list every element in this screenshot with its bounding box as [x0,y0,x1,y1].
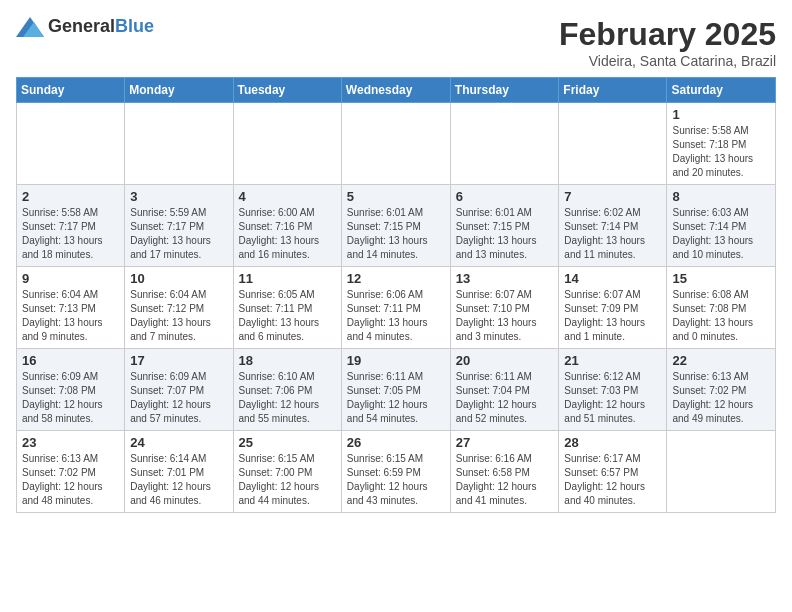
day-number: 2 [22,189,119,204]
calendar-cell [17,103,125,185]
day-number: 5 [347,189,445,204]
calendar-cell: 23Sunrise: 6:13 AM Sunset: 7:02 PM Dayli… [17,431,125,513]
calendar-week-2: 2Sunrise: 5:58 AM Sunset: 7:17 PM Daylig… [17,185,776,267]
day-info: Sunrise: 6:13 AM Sunset: 7:02 PM Dayligh… [672,370,770,426]
day-number: 10 [130,271,227,286]
calendar-cell [559,103,667,185]
calendar-cell [450,103,559,185]
day-number: 24 [130,435,227,450]
day-number: 4 [239,189,336,204]
col-header-monday: Monday [125,78,233,103]
calendar-cell: 16Sunrise: 6:09 AM Sunset: 7:08 PM Dayli… [17,349,125,431]
day-info: Sunrise: 6:09 AM Sunset: 7:07 PM Dayligh… [130,370,227,426]
day-info: Sunrise: 6:07 AM Sunset: 7:09 PM Dayligh… [564,288,661,344]
calendar-cell [341,103,450,185]
day-info: Sunrise: 6:07 AM Sunset: 7:10 PM Dayligh… [456,288,554,344]
calendar-cell: 3Sunrise: 5:59 AM Sunset: 7:17 PM Daylig… [125,185,233,267]
day-info: Sunrise: 6:10 AM Sunset: 7:06 PM Dayligh… [239,370,336,426]
calendar-cell: 7Sunrise: 6:02 AM Sunset: 7:14 PM Daylig… [559,185,667,267]
day-info: Sunrise: 6:16 AM Sunset: 6:58 PM Dayligh… [456,452,554,508]
col-header-saturday: Saturday [667,78,776,103]
day-info: Sunrise: 6:09 AM Sunset: 7:08 PM Dayligh… [22,370,119,426]
calendar-cell [233,103,341,185]
day-number: 23 [22,435,119,450]
day-info: Sunrise: 6:12 AM Sunset: 7:03 PM Dayligh… [564,370,661,426]
day-number: 8 [672,189,770,204]
calendar-cell: 17Sunrise: 6:09 AM Sunset: 7:07 PM Dayli… [125,349,233,431]
day-info: Sunrise: 6:04 AM Sunset: 7:13 PM Dayligh… [22,288,119,344]
calendar-header-row: SundayMondayTuesdayWednesdayThursdayFrid… [17,78,776,103]
day-number: 14 [564,271,661,286]
page-header: GeneralBlue February 2025 Videira, Santa… [16,16,776,69]
calendar-cell: 6Sunrise: 6:01 AM Sunset: 7:15 PM Daylig… [450,185,559,267]
day-number: 27 [456,435,554,450]
calendar-body: 1Sunrise: 5:58 AM Sunset: 7:18 PM Daylig… [17,103,776,513]
calendar-cell [667,431,776,513]
col-header-tuesday: Tuesday [233,78,341,103]
calendar-week-5: 23Sunrise: 6:13 AM Sunset: 7:02 PM Dayli… [17,431,776,513]
calendar-cell: 4Sunrise: 6:00 AM Sunset: 7:16 PM Daylig… [233,185,341,267]
calendar-cell: 9Sunrise: 6:04 AM Sunset: 7:13 PM Daylig… [17,267,125,349]
day-info: Sunrise: 6:00 AM Sunset: 7:16 PM Dayligh… [239,206,336,262]
day-info: Sunrise: 6:13 AM Sunset: 7:02 PM Dayligh… [22,452,119,508]
day-info: Sunrise: 5:58 AM Sunset: 7:18 PM Dayligh… [672,124,770,180]
day-number: 15 [672,271,770,286]
day-number: 21 [564,353,661,368]
calendar-cell: 19Sunrise: 6:11 AM Sunset: 7:05 PM Dayli… [341,349,450,431]
calendar-cell [125,103,233,185]
day-number: 26 [347,435,445,450]
day-number: 22 [672,353,770,368]
day-number: 19 [347,353,445,368]
day-number: 9 [22,271,119,286]
col-header-wednesday: Wednesday [341,78,450,103]
day-number: 18 [239,353,336,368]
day-info: Sunrise: 6:01 AM Sunset: 7:15 PM Dayligh… [347,206,445,262]
day-number: 28 [564,435,661,450]
day-number: 13 [456,271,554,286]
day-number: 12 [347,271,445,286]
calendar-week-1: 1Sunrise: 5:58 AM Sunset: 7:18 PM Daylig… [17,103,776,185]
calendar-week-4: 16Sunrise: 6:09 AM Sunset: 7:08 PM Dayli… [17,349,776,431]
calendar-subtitle: Videira, Santa Catarina, Brazil [559,53,776,69]
calendar-table: SundayMondayTuesdayWednesdayThursdayFrid… [16,77,776,513]
day-number: 20 [456,353,554,368]
day-info: Sunrise: 6:01 AM Sunset: 7:15 PM Dayligh… [456,206,554,262]
calendar-cell: 11Sunrise: 6:05 AM Sunset: 7:11 PM Dayli… [233,267,341,349]
logo: GeneralBlue [16,16,154,37]
calendar-cell: 21Sunrise: 6:12 AM Sunset: 7:03 PM Dayli… [559,349,667,431]
calendar-cell: 25Sunrise: 6:15 AM Sunset: 7:00 PM Dayli… [233,431,341,513]
calendar-cell: 24Sunrise: 6:14 AM Sunset: 7:01 PM Dayli… [125,431,233,513]
day-info: Sunrise: 6:08 AM Sunset: 7:08 PM Dayligh… [672,288,770,344]
day-info: Sunrise: 6:05 AM Sunset: 7:11 PM Dayligh… [239,288,336,344]
calendar-cell: 18Sunrise: 6:10 AM Sunset: 7:06 PM Dayli… [233,349,341,431]
day-info: Sunrise: 6:11 AM Sunset: 7:04 PM Dayligh… [456,370,554,426]
day-number: 7 [564,189,661,204]
calendar-cell: 5Sunrise: 6:01 AM Sunset: 7:15 PM Daylig… [341,185,450,267]
day-info: Sunrise: 6:04 AM Sunset: 7:12 PM Dayligh… [130,288,227,344]
day-number: 25 [239,435,336,450]
calendar-cell: 26Sunrise: 6:15 AM Sunset: 6:59 PM Dayli… [341,431,450,513]
day-number: 1 [672,107,770,122]
day-info: Sunrise: 6:11 AM Sunset: 7:05 PM Dayligh… [347,370,445,426]
day-info: Sunrise: 6:15 AM Sunset: 7:00 PM Dayligh… [239,452,336,508]
calendar-cell: 20Sunrise: 6:11 AM Sunset: 7:04 PM Dayli… [450,349,559,431]
calendar-cell: 1Sunrise: 5:58 AM Sunset: 7:18 PM Daylig… [667,103,776,185]
day-number: 6 [456,189,554,204]
day-number: 11 [239,271,336,286]
calendar-cell: 27Sunrise: 6:16 AM Sunset: 6:58 PM Dayli… [450,431,559,513]
logo-general: General [48,16,115,36]
calendar-week-3: 9Sunrise: 6:04 AM Sunset: 7:13 PM Daylig… [17,267,776,349]
col-header-friday: Friday [559,78,667,103]
day-info: Sunrise: 5:59 AM Sunset: 7:17 PM Dayligh… [130,206,227,262]
calendar-cell: 13Sunrise: 6:07 AM Sunset: 7:10 PM Dayli… [450,267,559,349]
day-number: 3 [130,189,227,204]
day-info: Sunrise: 6:03 AM Sunset: 7:14 PM Dayligh… [672,206,770,262]
day-info: Sunrise: 6:15 AM Sunset: 6:59 PM Dayligh… [347,452,445,508]
day-info: Sunrise: 6:17 AM Sunset: 6:57 PM Dayligh… [564,452,661,508]
calendar-cell: 14Sunrise: 6:07 AM Sunset: 7:09 PM Dayli… [559,267,667,349]
calendar-cell: 22Sunrise: 6:13 AM Sunset: 7:02 PM Dayli… [667,349,776,431]
title-block: February 2025 Videira, Santa Catarina, B… [559,16,776,69]
calendar-cell: 8Sunrise: 6:03 AM Sunset: 7:14 PM Daylig… [667,185,776,267]
day-info: Sunrise: 6:14 AM Sunset: 7:01 PM Dayligh… [130,452,227,508]
day-info: Sunrise: 6:02 AM Sunset: 7:14 PM Dayligh… [564,206,661,262]
